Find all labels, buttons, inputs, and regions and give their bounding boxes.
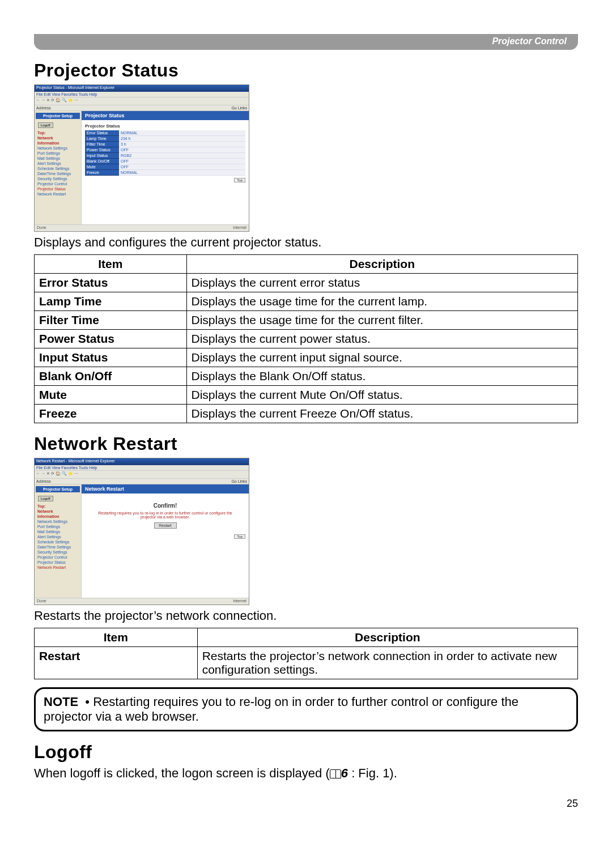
table-header-item: Item <box>35 255 187 274</box>
status-value: 234 h <box>119 136 245 142</box>
window-menu: File Edit View Favorites Tools Help <box>35 92 249 97</box>
window-toolbar: ← → ✕ ⟳ 🏠 🔍 ⭐ ⋯ <box>35 97 249 105</box>
nav-item[interactable]: Security Settings <box>36 176 80 181</box>
screenshot-network-restart: Network Restart - Microsoft Internet Exp… <box>34 458 249 605</box>
status-key: Error Status <box>85 130 119 136</box>
projector-status-table: Item Description Error StatusDisplays th… <box>34 254 578 423</box>
restart-button[interactable]: Restart <box>154 522 177 529</box>
window-menu: File Edit View Favorites Tools Help <box>35 465 249 471</box>
status-key: Input Status <box>85 153 119 159</box>
status-key: Lamp Time <box>85 136 119 142</box>
nav-item[interactable]: Alert Settings <box>36 161 80 166</box>
main-pane: Projector Status Projector Status Error … <box>81 111 249 224</box>
window-titlebar: Projector Status - Microsoft Internet Ex… <box>35 85 249 92</box>
header-label: Projector Control <box>492 36 567 46</box>
nav-item[interactable]: Port Settings <box>36 151 80 156</box>
table-cell-item: Lamp Time <box>35 292 187 311</box>
nav-item[interactable]: Projector Status <box>36 560 80 565</box>
note-box: NOTE • Restarting requires you to re-log… <box>34 687 578 731</box>
table-cell-desc: Displays the usage time for the current … <box>186 311 577 330</box>
nav-item-active[interactable]: Projector Status <box>36 186 80 192</box>
window-statusbar: Done Internet <box>35 224 249 231</box>
note-text: Restarting requires you to re-log on in … <box>44 695 518 724</box>
nav-head: Top: <box>36 130 80 135</box>
nav-head: Network <box>36 135 80 141</box>
nav-head: Top: <box>36 504 80 509</box>
status-key: Filter Time <box>85 142 119 147</box>
section-title-projector-status: Projector Status <box>34 60 578 81</box>
nav-item[interactable]: Projector Control <box>36 181 80 186</box>
nav-item[interactable]: Security Settings <box>36 550 80 555</box>
window-toolbar: ← → ✕ ⟳ 🏠 🔍 ⭐ ⋯ <box>35 471 249 479</box>
top-button[interactable]: Top <box>234 178 245 182</box>
header-bar: Projector Control <box>34 34 578 50</box>
nav-item[interactable]: Network Settings <box>36 146 80 151</box>
logoff-text-after: : Fig. 1). <box>348 766 397 780</box>
screenshot-projector-status: Projector Status - Microsoft Internet Ex… <box>34 84 249 232</box>
nav-item[interactable]: Network Restart <box>36 192 80 197</box>
nav-item[interactable]: Mail Settings <box>36 529 80 534</box>
section-title-network-restart: Network Restart <box>34 433 578 454</box>
table-cell-item: Filter Time <box>35 311 187 330</box>
window-titlebar: Network Restart - Microsoft Internet Exp… <box>35 458 249 465</box>
window-addressbar: AddressGo Links <box>35 105 249 111</box>
nav-item[interactable]: Date/Time Settings <box>36 544 80 550</box>
table-cell-item: Error Status <box>35 274 187 292</box>
main-subtitle: Projector Status <box>85 124 245 129</box>
page-ref: 6 <box>341 766 348 780</box>
section-intro: Displays and configures the current proj… <box>34 235 578 250</box>
status-right: Internet <box>233 225 246 231</box>
nav-item[interactable]: Schedule Settings <box>36 539 80 544</box>
section-title-logoff: Logoff <box>34 742 578 763</box>
confirm-heading: Confirm! <box>85 503 245 509</box>
status-value: OFF <box>119 147 245 153</box>
status-value: NORMAL <box>119 130 245 136</box>
table-cell-item: Blank On/Off <box>35 367 187 386</box>
note-bullet: • <box>85 695 90 709</box>
table-cell-item: Power Status <box>35 330 187 348</box>
top-button[interactable]: Top <box>234 534 245 539</box>
logoff-text-before: When logoff is clicked, the logon screen… <box>34 766 330 780</box>
status-key: Power Status <box>85 147 119 153</box>
nav-item[interactable]: Alert Settings <box>36 534 80 539</box>
confirm-message: Restarting requires you to re-log in in … <box>96 511 234 519</box>
book-icon <box>330 769 341 778</box>
table-cell-desc: Displays the Blank On/Off status. <box>186 367 577 386</box>
table-cell-desc: Displays the current input signal source… <box>186 348 577 367</box>
status-left: Done <box>37 225 46 231</box>
nav-item[interactable]: Date/Time Settings <box>36 171 80 176</box>
network-restart-table: Item Description Restart Restarts the pr… <box>34 628 578 679</box>
nav-head: Information <box>36 514 80 519</box>
logoff-button[interactable]: Logoff <box>38 122 53 128</box>
status-value: OFF <box>119 159 245 164</box>
logoff-button[interactable]: Logoff <box>38 496 53 501</box>
nav-item[interactable]: Schedule Settings <box>36 166 80 171</box>
note-label: NOTE <box>44 695 78 709</box>
sidebar: Projector Setup Logoff Top: Network Info… <box>35 111 81 224</box>
main-title: Projector Status <box>82 111 249 120</box>
nav-item-active[interactable]: Network Restart <box>36 565 80 570</box>
table-cell-desc: Displays the current error status <box>186 274 577 292</box>
table-cell-item: Restart <box>35 647 198 679</box>
table-cell-item: Freeze <box>35 405 187 423</box>
status-left: Done <box>37 599 46 604</box>
nav-item[interactable]: Projector Control <box>36 555 80 560</box>
status-value: NORMAL <box>119 170 245 176</box>
sidebar-title: Projector Setup <box>36 113 80 119</box>
table-cell-desc: Displays the current power status. <box>186 330 577 348</box>
table-header-desc: Description <box>197 628 577 647</box>
status-key: Freeze <box>85 170 119 176</box>
nav-item[interactable]: Mail Settings <box>36 156 80 161</box>
nav-item[interactable]: Port Settings <box>36 524 80 529</box>
table-header-item: Item <box>35 628 198 647</box>
logoff-text: When logoff is clicked, the logon screen… <box>34 766 578 781</box>
nav-item[interactable]: Network Settings <box>36 519 80 524</box>
page-number: 25 <box>34 798 578 810</box>
status-value: OFF <box>119 164 245 170</box>
window-addressbar: AddressGo Links <box>35 479 249 484</box>
main-pane: Network Restart Confirm! Restarting requ… <box>81 484 249 598</box>
table-header-desc: Description <box>186 255 577 274</box>
sidebar-title: Projector Setup <box>36 486 80 492</box>
status-value: RGB2 <box>119 153 245 159</box>
status-value: 3 h <box>119 142 245 147</box>
